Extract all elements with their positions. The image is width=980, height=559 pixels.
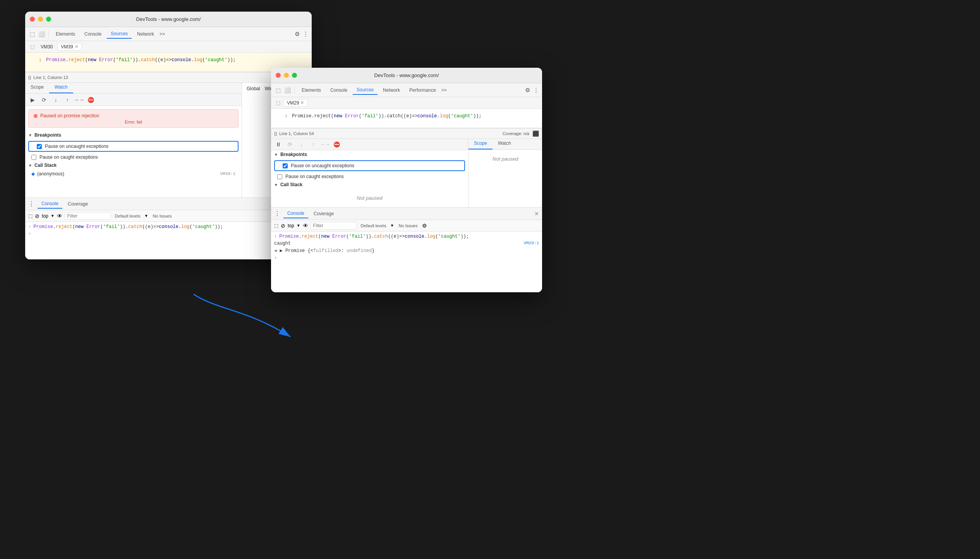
eye-icon-2[interactable]: 👁 <box>303 223 308 229</box>
eye-icon-1[interactable]: 👁 <box>57 213 62 219</box>
console-tab-1[interactable]: Console <box>38 199 62 209</box>
console-filter-1[interactable] <box>65 212 111 220</box>
no-dom-icon-2[interactable]: ⛔ <box>332 140 341 149</box>
default-levels-1[interactable]: Default levels <box>113 213 142 219</box>
coverage-tab-2[interactable]: Coverage <box>310 209 338 218</box>
tab-more-2[interactable]: >> <box>441 87 447 93</box>
levels-dropdown-1[interactable]: ▼ <box>144 214 148 218</box>
more-options-icon-2[interactable]: ⋮ <box>533 87 539 94</box>
step-over-icon-1[interactable]: ⟳ <box>40 96 48 104</box>
call-stack-header-2[interactable]: ▼ Call Stack <box>271 180 468 189</box>
step-over-icon-2[interactable]: ⟳ <box>286 140 294 149</box>
sidebar-toggle-2[interactable]: ⬚ <box>274 99 282 107</box>
bp1-checkbox-1[interactable] <box>37 144 42 149</box>
step-icon-1[interactable]: →→ <box>75 96 83 104</box>
levels-dropdown-2[interactable]: ▼ <box>390 223 394 228</box>
dock-icon-2[interactable]: ⬛ <box>532 130 539 137</box>
kw2-error: Error <box>345 113 359 119</box>
win1-body-content: Scope Watch ▶ ⟳ ↓ ↑ →→ ⛔ ⊗ Paused on pr <box>25 83 312 197</box>
more-options-icon-1[interactable]: ⋮ <box>303 31 309 38</box>
tab-network-1[interactable]: Network <box>133 30 158 38</box>
tab-elements-2[interactable]: Elements <box>298 86 325 94</box>
step-icon-2[interactable]: →→ <box>321 140 329 149</box>
breakpoints-header-2[interactable]: ▼ Breakpoints <box>271 150 468 159</box>
console-tabs-bar-2: ⋮ Console Coverage ✕ <box>271 207 542 220</box>
close-button-1[interactable] <box>30 17 35 22</box>
step-into-icon-1[interactable]: ↓ <box>51 96 60 104</box>
maximize-button-2[interactable] <box>292 73 297 78</box>
console-tab-2[interactable]: Console <box>283 209 308 218</box>
call-stack-header-1[interactable]: ▼ Call Stack <box>25 161 242 170</box>
watch-tab-1[interactable]: Watch <box>49 83 73 93</box>
top-label-2[interactable]: top <box>288 223 294 228</box>
settings-icon-2[interactable]: ⚙ <box>525 87 530 94</box>
sidebar-toggle-console-1[interactable]: ⬚ <box>28 213 33 219</box>
top-label-1[interactable]: top <box>42 213 48 219</box>
file-tab-vm29[interactable]: VM29 ✕ <box>283 99 307 107</box>
coverage-tab-1[interactable]: Coverage <box>64 200 92 208</box>
tab-sources-2[interactable]: Sources <box>353 86 378 95</box>
clear-icon-2[interactable]: ⊘ <box>281 223 285 229</box>
sidebar-toggle-1[interactable]: ⬚ <box>28 43 36 51</box>
console-dots-2[interactable]: ⋮ <box>274 210 280 217</box>
minimize-button-2[interactable] <box>284 73 289 78</box>
bp2-checkbox-1[interactable] <box>31 155 36 160</box>
vm29-loc-2[interactable]: VM29:1 <box>523 241 539 245</box>
pause-icon-2[interactable]: ⏸ <box>274 140 283 149</box>
win-body-1: ⬚ ⬜ Elements Console Sources Network >> … <box>25 27 312 259</box>
step-into-icon-2[interactable]: ↓ <box>297 140 306 149</box>
code-text-1: Promise.reject(new Error('fail')).catch(… <box>46 57 236 63</box>
file-tab-vm39-close[interactable]: ✕ <box>75 44 78 49</box>
tab-console-1[interactable]: Console <box>81 30 105 38</box>
bp2-checkbox-2[interactable] <box>277 174 282 179</box>
cs-name-1: (anonymous) <box>37 171 64 177</box>
top-dropdown-2[interactable]: ▼ <box>297 223 300 228</box>
files-bar-1: ⬚ VM30 VM39 ✕ <box>25 41 312 53</box>
win2-right-panel: Scope Watch Not paused <box>469 139 542 207</box>
maximize-button-1[interactable] <box>46 17 51 22</box>
default-levels-2[interactable]: Default levels <box>359 223 388 229</box>
dot1: . <box>65 57 68 63</box>
device-icon[interactable]: ⬜ <box>38 30 45 38</box>
top-dropdown-1[interactable]: ▼ <box>51 214 55 218</box>
sidebar-toggle-console-2[interactable]: ⬚ <box>274 223 278 228</box>
scope-global-1[interactable]: Global <box>247 86 260 91</box>
no-dom-icon-1[interactable]: ⛔ <box>86 96 95 104</box>
file-tab-vm30[interactable]: VM30 <box>38 43 56 50</box>
scope-tab-2[interactable]: Scope <box>469 139 493 149</box>
tab-network-2[interactable]: Network <box>379 86 404 94</box>
tab-performance-2[interactable]: Performance <box>405 86 440 94</box>
minimize-button-1[interactable] <box>38 17 43 22</box>
call-stack-label-2: Call Stack <box>280 182 302 187</box>
breakpoints-header-1[interactable]: ▼ Breakpoints <box>25 131 242 139</box>
console-filter-2[interactable] <box>311 222 357 230</box>
gear-icon-console-2[interactable]: ⚙ <box>422 223 427 229</box>
not-paused-scope-2: Not paused <box>469 150 542 168</box>
settings-icon-1[interactable]: ⚙ <box>295 31 300 38</box>
device-icon-2[interactable]: ⬜ <box>283 86 291 94</box>
watch-tab-2[interactable]: Watch <box>493 139 517 149</box>
bp1-checkbox-2[interactable] <box>283 163 288 168</box>
resume-icon-1[interactable]: ▶ <box>28 96 37 104</box>
inspector-icon-2[interactable]: ⬚ <box>274 86 282 94</box>
console-arrow-1: › <box>28 224 31 230</box>
file-tab-vm29-close[interactable]: ✕ <box>300 100 304 105</box>
scope-tab-1[interactable]: Scope <box>25 83 49 93</box>
tab-console-2[interactable]: Console <box>326 86 351 94</box>
paren3: )). <box>132 57 141 63</box>
pause-error-text-1: Error: fail <box>33 120 233 124</box>
console-close-2[interactable]: ✕ <box>534 211 539 217</box>
clear-icon-1[interactable]: ⊘ <box>35 213 39 219</box>
console-dots-1[interactable]: ⋮ <box>28 200 34 207</box>
inspector-icon[interactable]: ⬚ <box>28 30 36 38</box>
file-tab-vm39[interactable]: VM39 ✕ <box>57 43 81 51</box>
paren1: ( <box>85 57 88 63</box>
close-button-2[interactable] <box>276 73 281 78</box>
window-title-1: DevTools - www.google.com/ <box>136 16 201 22</box>
tab-more-1[interactable]: >> <box>160 31 165 37</box>
tab-sources-1[interactable]: Sources <box>107 29 132 39</box>
call-stack-item-1: ◆ (anonymous) VM39:1 <box>25 170 242 178</box>
step-out-icon-2[interactable]: ↑ <box>309 140 318 149</box>
step-out-icon-1[interactable]: ↑ <box>63 96 72 104</box>
tab-elements-1[interactable]: Elements <box>52 30 79 38</box>
